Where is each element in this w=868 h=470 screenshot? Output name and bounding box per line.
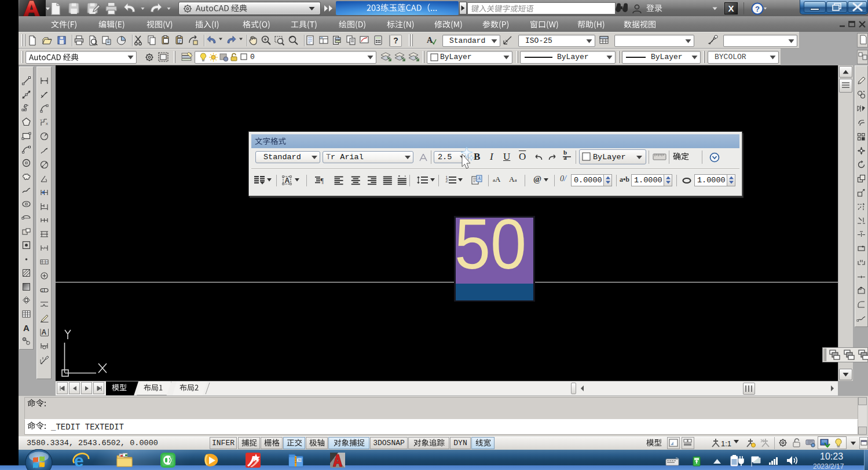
svg-text:360: 360: [298, 458, 303, 462]
svg-text:A: A: [477, 176, 481, 181]
svg-text:Y: Y: [40, 119, 42, 122]
svg-text:A: A: [285, 177, 290, 185]
svg-text:A: A: [427, 36, 433, 45]
svg-text:X: X: [46, 122, 48, 126]
svg-text:A: A: [41, 328, 46, 336]
svg-text:1: 1: [41, 288, 43, 292]
svg-text:.1: .1: [43, 260, 47, 264]
svg-text:2.: 2.: [446, 179, 449, 183]
svg-text:A: A: [23, 323, 30, 333]
svg-text:¶: ¶: [321, 177, 324, 185]
svg-text:?: ?: [755, 5, 760, 13]
